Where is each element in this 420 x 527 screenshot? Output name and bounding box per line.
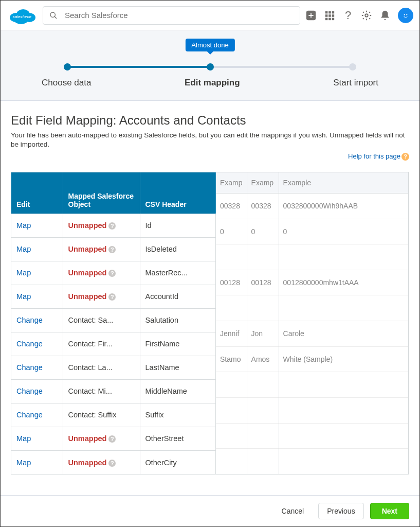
csv-header-cell: MasterRec...	[140, 261, 216, 285]
edit-link[interactable]: Map	[16, 221, 31, 230]
example-cell	[216, 423, 247, 449]
mapped-object-text: Unmapped	[68, 245, 107, 253]
svg-rect-10	[332, 11, 335, 13]
ex-head-1: Examp	[216, 172, 247, 193]
svg-rect-15	[328, 17, 331, 20]
svg-rect-12	[328, 14, 331, 17]
col-edit: Edit	[11, 172, 63, 214]
table-row: ChangeContact: Fir...FirstName	[11, 332, 216, 356]
edit-link[interactable]: Map	[16, 459, 31, 467]
edit-link[interactable]: Change	[16, 316, 43, 324]
edit-link[interactable]: Change	[16, 340, 43, 348]
svg-point-18	[402, 11, 410, 19]
info-icon[interactable]: ?	[108, 293, 116, 301]
svg-rect-9	[328, 11, 331, 13]
example-cell: Jon	[247, 321, 279, 347]
global-header: salesforce ?	[1, 1, 419, 30]
progress-track	[67, 63, 353, 71]
edit-link[interactable]: Map	[16, 269, 31, 277]
gear-icon[interactable]	[361, 10, 372, 21]
csv-header-cell: Salutation	[140, 308, 216, 332]
example-cell	[279, 423, 408, 449]
table-row: ChangeContact: Mi...MiddleName	[11, 379, 216, 403]
example-cell: Carole	[279, 321, 408, 347]
cancel-button[interactable]: Cancel	[273, 503, 313, 519]
search-icon	[49, 11, 58, 20]
wizard-footer: Cancel Previous Next	[1, 495, 419, 526]
svg-text:salesforce: salesforce	[13, 14, 32, 19]
example-cell	[247, 397, 279, 423]
info-icon[interactable]: ?	[108, 246, 116, 253]
page-title: Edit Field Mapping: Accounts and Contact…	[11, 113, 409, 128]
next-button[interactable]: Next	[370, 503, 409, 519]
previous-button[interactable]: Previous	[318, 503, 363, 519]
example-table: Examp Examp Example 00328003280032800000…	[216, 172, 409, 474]
example-cell: 0032800000Wih9hAAB	[279, 193, 408, 219]
help-icon[interactable]: ?	[342, 10, 354, 21]
mapped-object-text: Contact: Mi...	[68, 387, 112, 395]
step-dot-2[interactable]	[207, 63, 214, 71]
edit-link[interactable]: Change	[16, 411, 43, 419]
avatar[interactable]	[398, 8, 413, 23]
table-row: MapUnmapped?OtherCity	[11, 450, 216, 474]
edit-link[interactable]: Map	[16, 292, 31, 301]
example-cell: 0	[247, 219, 279, 244]
table-row	[216, 449, 409, 475]
table-row: MapUnmapped?IsDeleted	[11, 237, 216, 261]
header-actions: ?	[305, 8, 413, 23]
app-launcher-icon[interactable]	[324, 10, 335, 21]
help-link[interactable]: Help for this page	[348, 152, 400, 160]
example-cell: Jennif	[216, 321, 247, 347]
csv-header-cell: IsDeleted	[140, 237, 216, 261]
edit-link[interactable]: Map	[16, 245, 31, 253]
col-csv: CSV Header	[140, 172, 216, 214]
example-cell	[216, 244, 247, 270]
table-row: MapUnmapped?Id	[11, 214, 216, 237]
example-cell: 00128	[216, 270, 247, 295]
add-icon[interactable]	[305, 10, 317, 21]
example-cell: 00328	[247, 193, 279, 219]
info-icon[interactable]: ?	[108, 460, 116, 467]
ex-head-2: Examp	[247, 172, 279, 193]
search-input[interactable]	[65, 11, 294, 20]
csv-header-cell: Id	[140, 214, 216, 237]
info-icon[interactable]: ?	[108, 435, 116, 443]
mapping-table: Edit Mapped Salesforce Object CSV Header…	[11, 172, 216, 474]
csv-header-cell: LastName	[140, 356, 216, 379]
svg-point-17	[365, 14, 368, 17]
step-dot-3[interactable]	[349, 63, 356, 71]
step-label-1: Choose data	[42, 78, 91, 88]
wizard-progress: Almost done Choose data Edit mapping Sta…	[1, 30, 419, 101]
edit-link[interactable]: Change	[16, 387, 43, 395]
step-dot-1[interactable]	[64, 63, 71, 71]
notifications-icon[interactable]	[379, 10, 391, 21]
info-icon[interactable]: ?	[108, 222, 116, 230]
mapping-tables: Edit Mapped Salesforce Object CSV Header…	[11, 172, 409, 475]
csv-header-cell: MiddleName	[140, 379, 216, 403]
table-row: MapUnmapped?OtherStreet	[11, 427, 216, 450]
mapped-object-text: Unmapped	[68, 292, 107, 301]
example-cell: Stamo	[216, 346, 247, 372]
table-row	[216, 397, 409, 423]
example-cell: 00328	[216, 193, 247, 219]
edit-link[interactable]: Change	[16, 363, 43, 372]
example-cell	[216, 449, 247, 475]
csv-header-cell: OtherStreet	[140, 427, 216, 450]
salesforce-logo[interactable]: salesforce	[7, 5, 38, 26]
step-label-2: Edit mapping	[185, 78, 240, 88]
csv-header-cell: FirstName	[140, 332, 216, 356]
global-search[interactable]	[43, 6, 300, 25]
csv-header-cell: AccountId	[140, 285, 216, 308]
example-cell: 00128	[247, 270, 279, 295]
example-cell	[216, 295, 247, 321]
example-cell	[247, 295, 279, 321]
progress-tooltip: Almost done	[185, 39, 234, 51]
edit-link[interactable]: Map	[16, 434, 31, 443]
example-cell	[247, 372, 279, 398]
table-row: JennifJonCarole	[216, 321, 409, 347]
example-cell: White (Sample)	[279, 346, 408, 372]
col-object: Mapped Salesforce Object	[63, 172, 140, 214]
help-icon-small[interactable]: ?	[401, 153, 409, 161]
info-icon[interactable]: ?	[108, 270, 116, 277]
example-cell	[279, 295, 408, 321]
